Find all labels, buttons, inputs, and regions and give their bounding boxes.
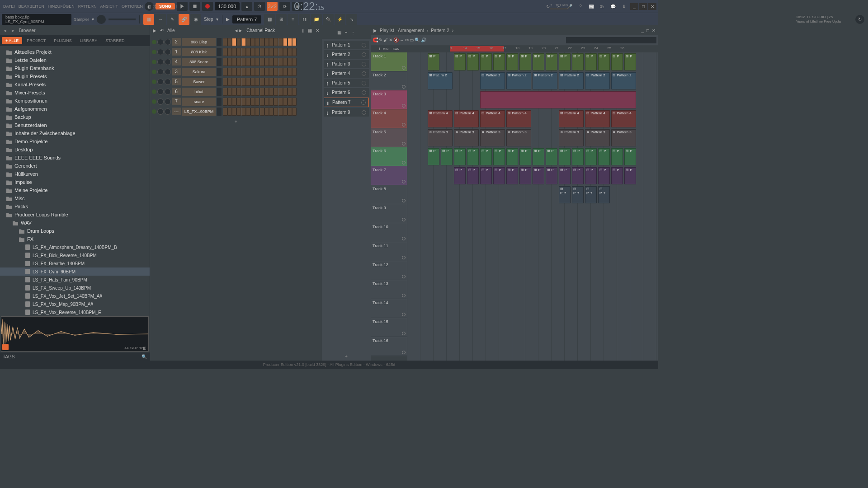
step-button[interactable] <box>274 98 278 106</box>
loop-button[interactable]: ⟳ <box>279 2 290 11</box>
step-button[interactable] <box>269 88 274 96</box>
step-button[interactable] <box>260 88 264 96</box>
step-button[interactable] <box>278 48 283 56</box>
step-button[interactable] <box>288 88 292 96</box>
playlist-clip[interactable]: ✕ Pattern 3 <box>611 129 636 146</box>
step-button[interactable] <box>250 98 255 106</box>
track-header[interactable]: Track 12 <box>371 261 407 280</box>
channel-pan-knob[interactable] <box>157 59 164 65</box>
track-radio[interactable] <box>402 142 406 145</box>
tree-item[interactable]: EEEE EEEE Sounds <box>0 154 150 162</box>
step-button[interactable] <box>223 58 227 66</box>
playlist-clip[interactable]: ⊞ P <box>559 167 571 184</box>
step-button[interactable] <box>223 38 227 46</box>
playlist-clip[interactable]: ✕ Pattern 3 <box>506 129 531 146</box>
step-button[interactable] <box>288 48 292 56</box>
close-all-button[interactable]: ↘ <box>346 14 357 25</box>
step-button[interactable] <box>246 108 250 116</box>
step-button[interactable] <box>264 88 269 96</box>
step-button[interactable] <box>250 58 255 66</box>
step-button[interactable] <box>227 108 232 116</box>
playlist-clip[interactable]: ⊞ P <box>533 148 544 165</box>
pl-brush-icon[interactable]: 🖌 <box>383 38 388 42</box>
playlist-clip[interactable]: ⊞ P <box>533 53 544 70</box>
playlist-clip[interactable]: ✕ Pattern 3 <box>428 129 453 146</box>
step-button[interactable] <box>288 78 292 86</box>
pattern-radio[interactable] <box>361 100 366 105</box>
pl-slip-icon[interactable]: ↔ <box>400 38 404 42</box>
tree-item[interactable]: Inhalte der Zwischenablage <box>0 129 150 137</box>
channel-name-button[interactable]: Sakura <box>182 68 216 76</box>
step-button[interactable] <box>236 88 241 96</box>
step-button[interactable] <box>255 38 259 46</box>
search-icon[interactable]: 🔍 <box>142 354 147 359</box>
step-button[interactable] <box>246 48 250 56</box>
step-button[interactable] <box>292 98 297 106</box>
step-button[interactable] <box>260 98 264 106</box>
master-pitch-slider[interactable] <box>108 19 136 20</box>
channelrack-button[interactable]: ≡ <box>288 14 298 25</box>
tree-item[interactable]: Desktop <box>0 145 150 154</box>
playlist-clip[interactable]: ⊞ Pattern 4 <box>506 110 531 127</box>
pl-minimap[interactable] <box>566 37 656 43</box>
channel-name-button[interactable]: 808 Clap <box>182 38 216 46</box>
menu-ansicht[interactable]: ANSICHT <box>99 3 120 9</box>
playlist-clip[interactable]: ⊞ P <box>585 148 597 165</box>
channel-led[interactable] <box>152 50 156 54</box>
tree-item[interactable]: Producer Loops Rumble <box>0 211 150 219</box>
channel-pan-knob[interactable] <box>157 49 164 55</box>
channel-number[interactable]: --- <box>172 108 181 115</box>
playlist-clip[interactable]: ⊞ P <box>493 53 505 70</box>
step-button[interactable] <box>260 78 264 86</box>
metronome-button[interactable]: ▲ <box>241 2 252 11</box>
pattern-item[interactable]: ⫿Pattern 1 <box>324 41 369 49</box>
step-button[interactable] <box>274 58 278 66</box>
channel-led[interactable] <box>152 80 156 84</box>
track-header[interactable]: Track 6 <box>371 147 407 166</box>
step-button[interactable] <box>274 68 278 76</box>
step-button[interactable] <box>278 98 283 106</box>
step-button[interactable] <box>241 108 246 116</box>
track-header[interactable]: Track 4 <box>371 109 407 128</box>
maximize-button[interactable]: □ <box>639 3 647 10</box>
playlist-clip[interactable]: ⊞ P <box>480 167 492 184</box>
playlist-clip[interactable]: ⊞ P <box>506 167 518 184</box>
step-button[interactable] <box>236 98 241 106</box>
step-button[interactable] <box>274 38 278 46</box>
step-button[interactable] <box>241 98 246 106</box>
tree-item[interactable]: Aktuelles Projekt <box>0 48 150 56</box>
step-button[interactable] <box>292 58 297 66</box>
step-button[interactable] <box>227 88 232 96</box>
step-button[interactable] <box>236 68 241 76</box>
step-button[interactable] <box>260 108 264 116</box>
channel-pan-knob[interactable] <box>157 89 164 95</box>
tree-item[interactable]: LS_FX_Cym_90BPM <box>0 267 150 276</box>
track-radio[interactable] <box>402 332 406 335</box>
playlist-clip[interactable]: ⊞ Pattern 4 <box>611 110 636 127</box>
dropdown-icon[interactable]: ▾ <box>92 17 94 22</box>
step-button[interactable] <box>223 68 227 76</box>
step-button[interactable] <box>260 48 264 56</box>
pattern-item[interactable]: ⫿Pattern 2 <box>324 50 369 59</box>
track-radio[interactable] <box>402 104 406 108</box>
step-button[interactable] <box>269 48 274 56</box>
step-button[interactable] <box>241 58 246 66</box>
step-button[interactable] <box>250 88 255 96</box>
tree-item[interactable]: LS_FX_Breathe_140BPM <box>0 259 150 267</box>
link-button[interactable]: 🔗 <box>179 14 189 25</box>
playlist-clip[interactable]: ⊞ P <box>493 148 505 165</box>
browser-tab-alle[interactable]: + ALLE <box>2 37 22 44</box>
playlist-clip[interactable]: ⊞ Pattern 2 <box>585 72 610 89</box>
playlist-breadcrumb[interactable]: Pattern 2 <box>431 28 449 33</box>
step-button[interactable] <box>232 108 236 116</box>
playlist-grid[interactable]: ⊞ P⊞ P⊞ P⊞ P⊞ P⊞ P⊞ P⊞ P⊞ P⊞ P⊞ P⊞ P⊞ P⊞… <box>407 52 658 361</box>
step-button[interactable] <box>246 58 250 66</box>
pat-menu-icon[interactable]: ⋮ <box>351 30 355 35</box>
step-button[interactable] <box>232 98 236 106</box>
channel-vol-knob[interactable] <box>165 79 171 85</box>
step-button[interactable] <box>288 98 292 106</box>
pl-max-icon[interactable]: □ <box>646 28 649 33</box>
channel-vol-knob[interactable] <box>165 108 171 115</box>
tree-item[interactable]: Demo-Projekte <box>0 137 150 145</box>
step-button[interactable] <box>227 38 232 46</box>
